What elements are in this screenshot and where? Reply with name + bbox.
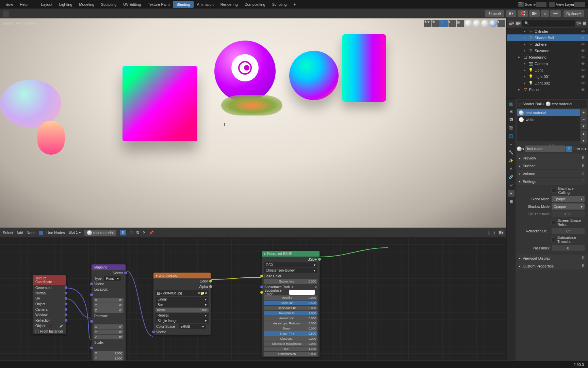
- workspace-lighting[interactable]: Lighting: [56, 1, 76, 8]
- type-select[interactable]: Point▾: [104, 276, 121, 281]
- viewport-object-menu[interactable]: Object: [25, 21, 36, 25]
- cylinder-object[interactable]: [342, 34, 386, 102]
- visibility-icon[interactable]: 👁: [581, 49, 586, 53]
- workspace-texpaint[interactable]: Texture Paint: [144, 1, 173, 8]
- metallic-field[interactable]: Metallic0.000: [264, 295, 317, 300]
- scene-copy-icon[interactable]: [536, 2, 541, 7]
- dropdown-icon[interactable]: ▾: [522, 147, 524, 151]
- texture-tab-icon[interactable]: ▦: [508, 198, 514, 205]
- ssr-checkbox[interactable]: [552, 220, 555, 225]
- blend-field[interactable]: Blend0.000: [156, 308, 209, 312]
- mesh-tab-icon[interactable]: ▽: [508, 182, 514, 188]
- clearcoat-roughness-field[interactable]: Clearcoat Roughness0.030: [264, 341, 317, 346]
- anisotropic-rotation-field[interactable]: Anisotropic Rotation0.000: [264, 321, 317, 326]
- render-tab-icon[interactable]: 📺: [508, 100, 514, 107]
- backface-checkbox[interactable]: [552, 188, 556, 193]
- users-icon[interactable]: ⧉: [198, 291, 200, 295]
- transmission-field[interactable]: Transmission0.000: [264, 352, 317, 356]
- add-slot-icon[interactable]: +: [581, 109, 587, 116]
- visibility-icon[interactable]: 👁: [581, 62, 586, 66]
- settings-panel-header[interactable]: ▾Settings⠿: [517, 178, 587, 185]
- visibility-icon[interactable]: 👁: [581, 81, 586, 85]
- workspace-sculpting[interactable]: Sculpting: [98, 1, 120, 8]
- expand-icon[interactable]: ▸: [524, 48, 527, 53]
- layer-copy-icon[interactable]: [574, 2, 580, 7]
- proportional-selector[interactable]: ∿▾: [550, 10, 561, 17]
- rotation-z[interactable]: Z0°: [94, 335, 124, 339]
- outliner-type-icon[interactable]: ☰▾: [509, 21, 514, 26]
- roughness-field[interactable]: Roughness1.000: [264, 311, 317, 316]
- outliner-item[interactable]: ▸💡Light.002👁: [507, 80, 588, 86]
- help-menu[interactable]: Help: [16, 1, 31, 8]
- anisotropic-field[interactable]: Anisotropic0.000: [264, 316, 317, 321]
- custom-props-panel-header[interactable]: ▸Custom Properties⠿: [517, 262, 587, 270]
- expand-icon[interactable]: ▸: [524, 68, 527, 72]
- suzanne-object[interactable]: [0, 80, 78, 148]
- texture-coordinate-node[interactable]: Texture Coordinate Generated Normal UV O…: [32, 275, 66, 334]
- snap-toggle[interactable]: 🧲: [518, 10, 528, 17]
- node-node-menu[interactable]: Node: [27, 231, 35, 235]
- display-mode-icon[interactable]: ▦▾: [516, 21, 521, 26]
- scale-y[interactable]: Y1.000: [94, 356, 124, 361]
- pivot-selector[interactable]: ⊕▾: [506, 10, 516, 17]
- refraction-depth-field[interactable]: 0°: [552, 228, 585, 234]
- expand-icon[interactable]: ▸: [524, 74, 527, 79]
- material-name-input[interactable]: test mate...: [525, 145, 566, 152]
- new-collection-icon[interactable]: ▦: [583, 21, 586, 26]
- clearcoat-field[interactable]: Clearcoat0.000: [264, 336, 317, 341]
- outliner-item[interactable]: ▸▽Suzanne👁: [507, 47, 588, 54]
- workspace-layout[interactable]: Layout: [38, 1, 56, 8]
- visibility-icon[interactable]: 👁: [581, 68, 586, 72]
- specular-field[interactable]: Specular0.500: [264, 301, 317, 305]
- node-canvas[interactable]: Texture Coordinate Generated Normal UV O…: [0, 237, 506, 361]
- pin-icon[interactable]: 📌: [149, 230, 154, 235]
- material-users-button[interactable]: 5: [566, 146, 572, 152]
- outliner-item[interactable]: ▸📷Camera👁: [507, 60, 588, 67]
- output-tab-icon[interactable]: 🖨: [508, 108, 514, 115]
- viewport-display-panel-header[interactable]: ▸Viewport Display⠿: [517, 255, 587, 262]
- projection-select[interactable]: Box▾: [156, 302, 209, 307]
- workspace-uv[interactable]: UV Editing: [120, 1, 144, 8]
- rotation-x[interactable]: X0°: [94, 324, 124, 329]
- preview-panel-header[interactable]: ▸Preview⠿: [517, 154, 587, 162]
- principled-bsdf-node[interactable]: ▸ Principled BSDF BSDF GGX▾ Christensen-…: [261, 250, 320, 357]
- orientation-selector[interactable]: ⬇ Local ▾: [485, 10, 504, 17]
- viewport-select-menu[interactable]: Select: [3, 21, 13, 25]
- visibility-icon[interactable]: 👁: [581, 55, 586, 59]
- material-browse-icon[interactable]: [517, 147, 522, 151]
- subsurface-field[interactable]: Subsurface0.000: [264, 279, 317, 284]
- 3d-viewport[interactable]: Select Add Object 👁▾ ✥ ⊕ ▾ ▦ ▾: [0, 18, 506, 228]
- slot-specials-icon[interactable]: ▾: [581, 123, 587, 129]
- image-icon[interactable]: 🖼▾: [157, 291, 162, 295]
- unlink-icon[interactable]: ✕: [205, 291, 207, 295]
- surface-panel-header[interactable]: ▸Surface⠿: [517, 162, 587, 169]
- overlay-down-icon[interactable]: ↓: [488, 231, 490, 235]
- outliner-item[interactable]: ▸💡Light👁: [507, 67, 588, 73]
- unlink-material-icon[interactable]: ✕: [143, 230, 146, 235]
- open-icon[interactable]: 📁: [200, 291, 205, 295]
- viewlayer-tab-icon[interactable]: 🖼: [508, 116, 514, 123]
- workspace-shading[interactable]: Shading: [173, 1, 193, 8]
- modifier-tab-icon[interactable]: 🔧: [508, 149, 514, 156]
- scene-tab-icon[interactable]: 🎬: [508, 124, 514, 131]
- node-add-menu[interactable]: Add: [17, 231, 23, 235]
- source-select[interactable]: Single Image▾: [156, 318, 209, 323]
- extension-select[interactable]: Repeat▾: [156, 313, 209, 318]
- view-layer-selector[interactable]: View Layer: [549, 2, 574, 7]
- outliner-item[interactable]: ▸💡Light.001👁: [507, 73, 588, 80]
- filter-icon[interactable]: ▽▾: [576, 21, 581, 26]
- scale-x[interactable]: X1.000: [94, 351, 124, 356]
- expand-icon[interactable]: ▸: [524, 35, 527, 40]
- sss-method-select[interactable]: Christensen-Burley▾: [264, 268, 317, 273]
- volume-panel-header[interactable]: ▸Volume⠿: [517, 170, 587, 177]
- expand-icon[interactable]: ▸: [524, 29, 527, 33]
- expand-icon[interactable]: ▸: [524, 81, 527, 85]
- visibility-icon[interactable]: 👁: [581, 75, 586, 79]
- location-y[interactable]: Y0°: [94, 303, 124, 308]
- rotation-y[interactable]: Y0°: [94, 329, 124, 334]
- pass-index-field[interactable]: 0: [552, 245, 585, 251]
- expand-icon[interactable]: ▸: [518, 55, 522, 59]
- workspace-add[interactable]: +: [290, 1, 299, 8]
- material-slot-item[interactable]: test material: [517, 109, 580, 116]
- visibility-icon[interactable]: 👁: [581, 88, 586, 92]
